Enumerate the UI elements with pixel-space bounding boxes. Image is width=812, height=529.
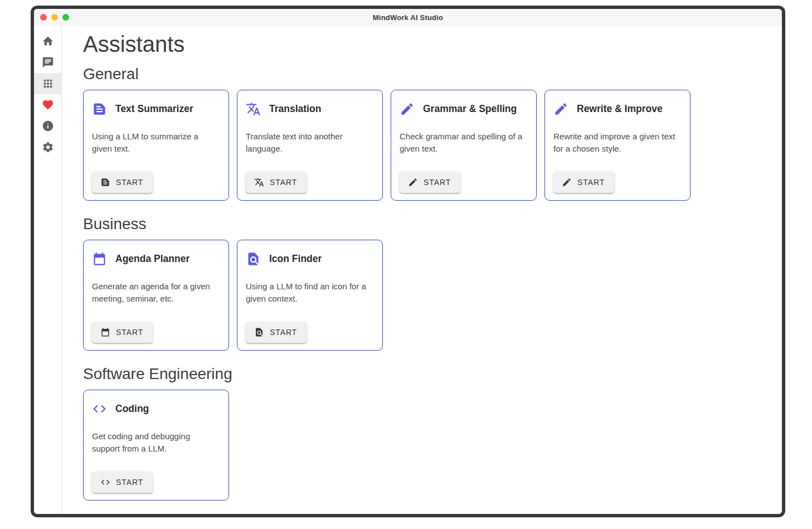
sidebar-item-favorites[interactable] <box>34 94 61 115</box>
card-row-business: Agenda Planner Generate an agenda for a … <box>83 240 771 351</box>
window-titlebar: MindWork AI Studio <box>34 9 782 26</box>
code-icon <box>92 401 107 416</box>
card-title: Coding <box>115 403 149 415</box>
card-title: Rewrite & Improve <box>577 103 663 115</box>
start-button-label: START <box>270 328 297 337</box>
assistant-card-translation: Translation Translate text into another … <box>237 90 383 201</box>
assistant-card-coding: Coding Get coding and debugging support … <box>83 390 229 501</box>
section-title-software-engineering: Software Engineering <box>83 365 771 383</box>
translate-icon <box>246 101 261 117</box>
assistant-card-agenda-planner: Agenda Planner Generate an agenda for a … <box>83 240 229 351</box>
find-in-page-icon <box>254 327 264 337</box>
sidebar-item-chat[interactable] <box>34 52 61 73</box>
card-description: Translate text into another language. <box>246 130 374 155</box>
start-button-label: START <box>577 178 605 187</box>
card-title: Agenda Planner <box>115 253 189 265</box>
card-description: Using a LLM to find an icon for a given … <box>246 280 374 305</box>
card-description: Rewrite and improve a given text for a c… <box>553 130 682 155</box>
start-button-grammar-spelling[interactable]: START <box>400 172 460 193</box>
card-description: Get coding and debugging support from a … <box>92 430 220 455</box>
main-content: Assistants General Text Summarizer Using… <box>62 26 782 514</box>
text-snippet-icon <box>92 101 107 117</box>
start-button-rewrite-improve[interactable]: START <box>553 172 614 193</box>
chat-icon <box>42 56 54 69</box>
sidebar-item-home[interactable] <box>34 31 61 52</box>
assistant-card-icon-finder: Icon Finder Using a LLM to find an icon … <box>237 240 383 351</box>
card-row-software-engineering: Coding Get coding and debugging support … <box>83 390 771 501</box>
pencil-icon <box>562 177 572 187</box>
pencil-icon <box>400 101 415 117</box>
card-title: Grammar & Spelling <box>423 103 517 115</box>
page-title: Assistants <box>83 31 771 57</box>
pencil-icon <box>408 177 418 187</box>
assistant-card-rewrite-improve: Rewrite & Improve Rewrite and improve a … <box>544 90 691 201</box>
assistant-card-grammar-spelling: Grammar & Spelling Check grammar and spe… <box>391 90 537 201</box>
assistant-card-text-summarizer: Text Summarizer Using a LLM to summarize… <box>83 90 229 201</box>
start-button-icon-finder[interactable]: START <box>246 322 307 343</box>
window-content: MindWork AI Studio <box>34 9 782 514</box>
settings-gear-icon <box>42 141 54 153</box>
sidebar-item-about[interactable] <box>34 115 61 137</box>
sidebar <box>34 26 62 514</box>
section-title-business: Business <box>83 215 771 233</box>
start-button-translation[interactable]: START <box>246 172 307 193</box>
home-icon <box>42 35 54 47</box>
window-title: MindWork AI Studio <box>34 13 782 22</box>
find-in-page-icon <box>246 251 261 266</box>
start-button-coding[interactable]: START <box>92 472 153 493</box>
sidebar-item-assistants[interactable] <box>34 73 61 94</box>
card-description: Using a LLM to summarize a given text. <box>92 130 220 155</box>
start-button-agenda-planner[interactable]: START <box>92 322 153 343</box>
card-row-general: Text Summarizer Using a LLM to summarize… <box>83 90 771 201</box>
calendar-icon <box>92 251 107 266</box>
start-button-label: START <box>116 178 143 187</box>
info-icon <box>42 120 54 132</box>
card-description: Check grammar and spelling of a given te… <box>400 130 528 155</box>
text-snippet-icon <box>100 177 110 187</box>
sidebar-item-settings[interactable] <box>34 137 61 158</box>
heart-icon <box>42 99 54 111</box>
card-title: Text Summarizer <box>115 103 193 115</box>
card-description: Generate an agenda for a given meeting, … <box>92 280 220 305</box>
calendar-icon <box>100 327 110 337</box>
start-button-text-summarizer[interactable]: START <box>92 172 153 193</box>
app-window: MindWork AI Studio <box>31 6 785 517</box>
translate-icon <box>254 177 264 187</box>
card-title: Translation <box>269 103 321 115</box>
apps-grid-icon <box>42 77 54 90</box>
card-title: Icon Finder <box>269 253 322 265</box>
start-button-label: START <box>270 178 297 187</box>
start-button-label: START <box>116 478 143 487</box>
start-button-label: START <box>116 328 143 337</box>
code-icon <box>100 477 110 487</box>
pencil-icon <box>553 101 568 117</box>
start-button-label: START <box>424 178 451 187</box>
section-title-general: General <box>83 65 771 83</box>
